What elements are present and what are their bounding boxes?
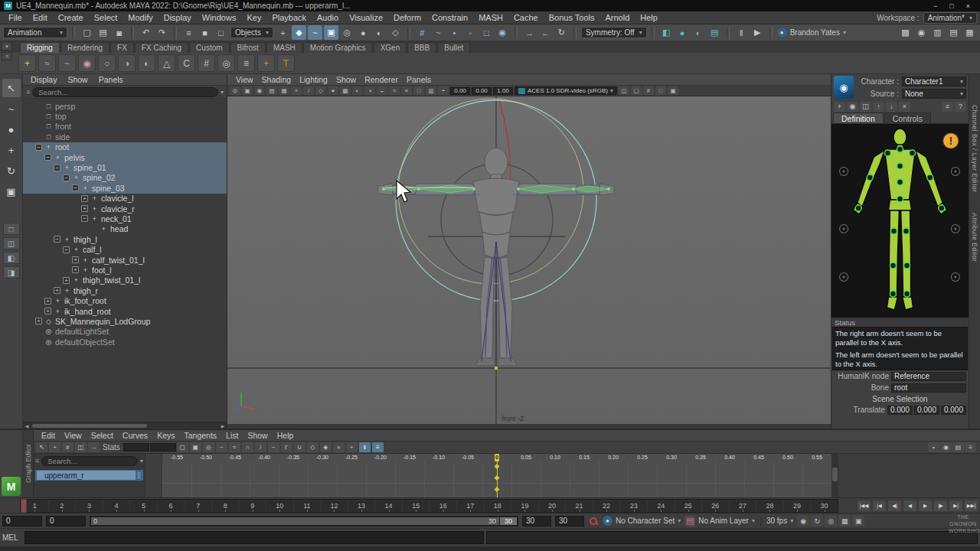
select-deformations-icon[interactable]: ◎	[340, 25, 354, 40]
outliner-item[interactable]: □ top	[23, 111, 227, 121]
move-nearest-picked-key-icon[interactable]: ↖	[36, 442, 47, 452]
import-definition-icon[interactable]: ↓	[886, 102, 897, 112]
exposure-icon[interactable]: ◓	[438, 86, 449, 95]
outliner-item[interactable]: + + thigh_twist_01_l	[23, 276, 227, 285]
workspace-select[interactable]: Animation*▾	[923, 12, 977, 24]
user-account-menu[interactable]: ●Brandon Yates▾	[777, 28, 846, 37]
safe-action-icon[interactable]: □	[655, 86, 666, 95]
screen-space-ao-icon[interactable]: ◒	[377, 86, 387, 95]
frame-playback-range-icon[interactable]: ▣	[190, 442, 201, 452]
panel-menu-item[interactable]: Help	[273, 431, 299, 440]
undo-icon[interactable]: ↶	[139, 25, 153, 40]
group-divider[interactable]	[514, 27, 518, 39]
auto-tangent-icon[interactable]: ~	[216, 442, 227, 452]
select-dynamics-icon[interactable]: ●	[356, 25, 371, 40]
select-surfaces-icon[interactable]: ▣	[324, 25, 338, 40]
panel-menu-item[interactable]: Show	[63, 75, 92, 84]
pause-icon[interactable]: ‖	[734, 25, 749, 40]
isolate-select-icon[interactable]: □	[413, 86, 424, 95]
channel-row[interactable]: upperarm_r	[35, 470, 143, 481]
render-current-frame-icon[interactable]: ●	[675, 25, 690, 40]
panel-menu-item[interactable]: Show	[243, 431, 272, 440]
select-by-object-icon[interactable]: ■	[198, 25, 212, 40]
shelf-menu-icon[interactable]: ▾	[2, 42, 12, 51]
bookmarks-icon[interactable]: ▤	[266, 86, 277, 95]
select-camera-icon[interactable]: ◎	[230, 86, 240, 95]
delete-definition-icon[interactable]: ×	[899, 102, 910, 112]
input-connections-icon[interactable]: →	[522, 25, 537, 40]
current-time-indicator[interactable]	[21, 499, 27, 513]
shelf-tab[interactable]: Bullet	[437, 42, 470, 53]
layout-single-pane-icon[interactable]: □	[3, 223, 20, 235]
graph-vscrollbar[interactable]	[831, 454, 838, 497]
outliner-item[interactable]: + + foot_l	[23, 265, 227, 275]
menu-item[interactable]: Audio	[312, 12, 344, 23]
expand-toggle[interactable]: +	[81, 195, 88, 202]
scroll-left-icon[interactable]: ◀	[23, 423, 31, 429]
animation-start-field[interactable]: 0	[2, 516, 42, 527]
expand-toggle[interactable]: −	[54, 165, 60, 171]
insert-keys-icon[interactable]: +	[49, 442, 60, 452]
step-back-key-button[interactable]: ◀|	[887, 500, 902, 512]
graph-editor-tab[interactable]: Graph Editor	[23, 430, 34, 497]
snap-to-view-planes-icon[interactable]: □	[479, 25, 494, 40]
character-panel-tab[interactable]: Definition	[833, 112, 884, 123]
curve-graph-area[interactable]: -0.55-0.50-0.45-0.40-0.35-0.30-0.25-0.20…	[162, 454, 831, 497]
expand-toggle[interactable]: +	[44, 308, 51, 315]
layout-graph-persp-icon[interactable]: ◨	[3, 266, 20, 279]
attribute-editor-toggle-icon[interactable]: ▤	[946, 25, 961, 40]
scrollbar-thumb[interactable]	[832, 468, 838, 481]
expand-toggle[interactable]: +	[54, 287, 60, 294]
region-tool-icon[interactable]: ◫	[75, 442, 87, 452]
mirror-skin-weights-icon[interactable]: ◐	[138, 54, 155, 72]
outliner-item[interactable]: + + clavicle_r	[23, 204, 227, 214]
plateau-tangent-icon[interactable]: ∪	[294, 442, 305, 452]
swap-buffer-curve-icon[interactable]: ◈	[320, 442, 332, 452]
expand-toggle[interactable]: −	[63, 246, 70, 253]
shelf-editor-icon[interactable]: ≡	[2, 52, 12, 60]
menu-item[interactable]: Windows	[197, 12, 242, 23]
bind-skin-icon[interactable]: ◉	[78, 54, 96, 72]
group-divider[interactable]	[652, 27, 655, 39]
use-all-lights-icon[interactable]: ◐	[352, 86, 363, 95]
shelf-tab[interactable]: Rigging	[20, 42, 60, 53]
blend-shape-icon[interactable]: △	[158, 54, 175, 72]
select-by-component-icon[interactable]: □	[214, 25, 228, 40]
outliner-item[interactable]: − + calf_l	[23, 244, 227, 254]
panel-menu-item[interactable]: Keys	[152, 431, 179, 440]
menu-item[interactable]: Deform	[388, 12, 426, 23]
outliner-item[interactable]: □ front	[23, 122, 227, 132]
shelf-tab[interactable]: FX Caching	[135, 42, 188, 53]
expand-toggle[interactable]: −	[81, 215, 88, 222]
animation-end-field[interactable]: 30	[555, 516, 584, 527]
maya-logo[interactable]: M	[2, 477, 21, 496]
shelf-tab[interactable]: BBB	[407, 42, 436, 53]
add-character-icon[interactable]: +	[834, 102, 845, 112]
outliner-search-input[interactable]: Search...	[32, 87, 218, 97]
unify-tangents-icon[interactable]: +	[346, 442, 358, 452]
linear-tangent-icon[interactable]: /	[255, 442, 266, 452]
paint-skin-weights-icon[interactable]: ◑	[118, 54, 136, 72]
panel-menu-item[interactable]: View	[60, 431, 87, 440]
lattice-deform-keys-icon[interactable]: #	[62, 442, 74, 452]
shelf-tab[interactable]: Motion Graphics	[303, 42, 373, 53]
menu-item[interactable]: Bonus Tools	[544, 12, 600, 23]
expand-toggle[interactable]: −	[35, 144, 42, 151]
shelf-tab[interactable]: XGen	[374, 42, 407, 53]
panel-menu-item[interactable]: Select	[87, 431, 118, 440]
select-joints-icon[interactable]: ◆	[292, 25, 306, 40]
ik-handle-tool-icon[interactable]: ≈	[38, 54, 56, 72]
expand-toggle[interactable]: −	[54, 236, 60, 243]
render-settings-icon[interactable]: ▤	[707, 25, 722, 40]
step-tangent-icon[interactable]: Γ	[281, 442, 292, 452]
value-snap-icon[interactable]: ≡	[372, 442, 384, 452]
wireframe-icon[interactable]: ◇	[315, 86, 326, 95]
scroll-right-icon[interactable]: ▶	[219, 423, 227, 429]
annotation-icon[interactable]: T	[277, 54, 295, 72]
hik-menu-icon[interactable]: ≡	[942, 102, 953, 112]
lasso-tool-icon[interactable]: ~	[2, 99, 21, 118]
x-ray-icon[interactable]: ▥	[426, 86, 436, 95]
panel-menu-item[interactable]: View	[232, 75, 257, 84]
translate-field[interactable]: 0.000	[941, 406, 966, 415]
new-scene-icon[interactable]: ▢	[80, 25, 94, 40]
